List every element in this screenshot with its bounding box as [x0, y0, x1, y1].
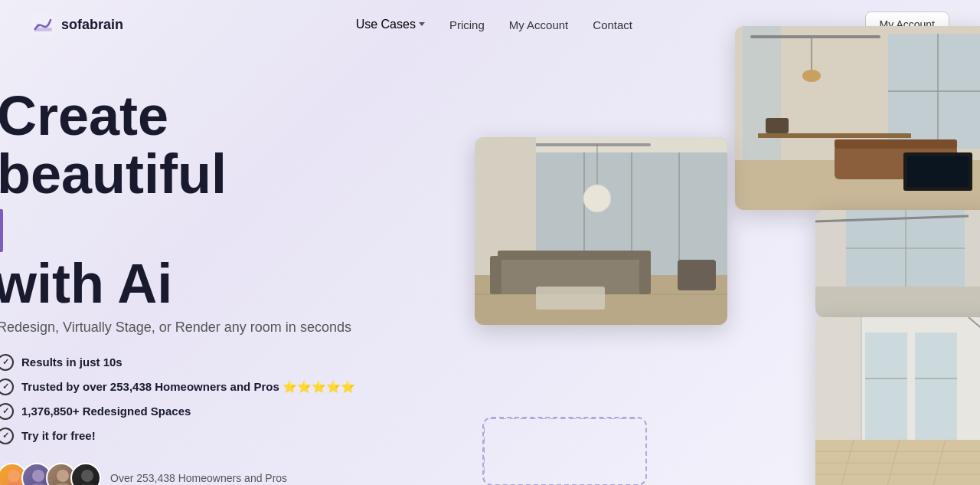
feature-item-2: ✓ Trusted by over 253,438 Homeowners and… — [0, 378, 383, 395]
hero-section: Create beautiful with Ai Redesign, Virtu… — [0, 49, 980, 485]
hero-title-line1: Create beautiful — [0, 87, 383, 203]
room-image-3 — [815, 210, 980, 317]
svg-point-2 — [37, 24, 40, 27]
svg-rect-16 — [750, 35, 880, 38]
svg-rect-21 — [766, 118, 789, 133]
feature-text-1: Results in just 10s — [21, 356, 122, 369]
feature-item-4: ✓ Try it for free! — [0, 428, 383, 444]
feature-text-2: Trusted by over 253,438 Homeowners and P… — [21, 380, 355, 394]
room-image-2 — [475, 137, 727, 325]
check-icon-3: ✓ — [0, 403, 14, 420]
svg-rect-42 — [536, 287, 605, 310]
svg-rect-15 — [743, 26, 781, 179]
svg-point-3 — [8, 470, 20, 482]
svg-point-7 — [57, 470, 69, 482]
check-icon-1: ✓ — [0, 354, 14, 371]
svg-rect-40 — [490, 256, 501, 294]
logo-icon — [31, 12, 55, 37]
social-proof-text: Over 253,438 Homeowners and Pros — [110, 472, 287, 484]
svg-rect-41 — [639, 256, 651, 294]
room-image-4 — [815, 317, 980, 485]
use-cases-label: Use Cases — [356, 18, 416, 31]
hero-title: Create beautiful with Ai — [0, 87, 383, 313]
svg-point-9 — [81, 470, 93, 482]
svg-rect-68 — [484, 418, 647, 485]
logo-text: sofabrain — [61, 17, 123, 33]
check-icon-2: ✓ — [0, 378, 14, 395]
hero-features-list: ✓ Results in just 10s ✓ Trusted by over … — [0, 354, 383, 444]
cursor-bar-icon — [0, 209, 3, 252]
svg-rect-20 — [758, 133, 911, 138]
svg-rect-43 — [678, 260, 716, 290]
social-proof: Over 253,438 Homeowners and Pros — [0, 463, 383, 485]
svg-rect-48 — [815, 287, 980, 317]
use-cases-chevron-icon — [419, 22, 425, 26]
feature-text-4: Try it for free! — [21, 429, 96, 442]
feature-text-3: 1,376,850+ Redesigned Spaces — [21, 405, 191, 418]
avatar-group — [0, 463, 101, 485]
svg-rect-25 — [907, 156, 969, 187]
svg-rect-0 — [31, 12, 55, 37]
svg-point-5 — [32, 470, 44, 482]
svg-point-34 — [583, 185, 611, 212]
svg-rect-23 — [835, 139, 957, 149]
cursor-block — [0, 209, 383, 252]
check-icon-4: ✓ — [0, 428, 14, 444]
svg-rect-54 — [915, 333, 957, 440]
svg-rect-39 — [498, 251, 651, 260]
svg-rect-1 — [34, 28, 52, 31]
hero-description: Redesign, Virtually Stage, or Render any… — [0, 320, 383, 336]
svg-rect-53 — [865, 333, 907, 440]
feature-item-3: ✓ 1,376,850+ Redesigned Spaces — [0, 403, 383, 420]
room-image-placeholder — [482, 417, 647, 485]
hero-content: Create beautiful with Ai Redesign, Virtu… — [0, 64, 383, 485]
svg-point-18 — [802, 70, 821, 82]
nav-use-cases[interactable]: Use Cases — [356, 18, 425, 31]
room-image-1 — [735, 26, 980, 210]
avatar-4 — [70, 463, 101, 485]
feature-item-1: ✓ Results in just 10s — [0, 354, 383, 371]
hero-images — [475, 26, 980, 485]
logo[interactable]: sofabrain — [31, 12, 123, 37]
hero-title-line2: with Ai — [0, 255, 383, 313]
